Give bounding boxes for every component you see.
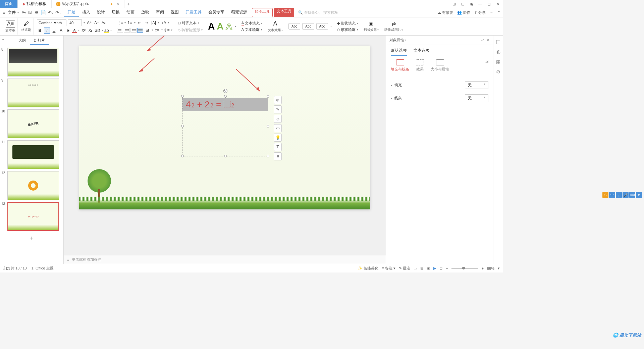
font-size-caret[interactable]: ▾: [84, 21, 85, 24]
outdent-button[interactable]: ⇤: [137, 20, 143, 26]
tab-outline[interactable]: 大纲: [14, 37, 30, 45]
numbering-button[interactable]: 1≡: [127, 20, 133, 26]
line-spacing-button[interactable]: |A|: [151, 20, 157, 26]
resize-handle[interactable]: [267, 95, 269, 98]
redo-icon[interactable]: ↷▾: [55, 10, 61, 15]
comments-toggle[interactable]: ✎ 批注: [399, 266, 410, 271]
tab-design[interactable]: 设计: [94, 8, 108, 17]
notes-toggle[interactable]: ≡ 备注 ▾: [382, 266, 395, 271]
resize-handle[interactable]: [267, 155, 269, 157]
has-edit[interactable]: ☁ 有修改: [437, 10, 453, 15]
tab-slides[interactable]: 幻灯片: [30, 37, 49, 45]
rotate-handle[interactable]: [223, 89, 227, 93]
thumb-13[interactable]: 4² + 2² = ☐²: [7, 202, 59, 231]
zoom-caret[interactable]: ▾: [498, 266, 500, 270]
save-icon[interactable]: 🖫: [28, 10, 32, 15]
close-window-icon[interactable]: ✕: [495, 2, 500, 6]
tab-animation[interactable]: 动画: [123, 8, 138, 17]
text-direction-button[interactable]: |↓A: [160, 20, 166, 26]
thumb-12[interactable]: [7, 171, 59, 200]
tab-devtools[interactable]: 开发工具: [182, 8, 205, 17]
float-plus-icon[interactable]: ⊕: [274, 96, 282, 104]
underline-button[interactable]: U: [51, 28, 57, 34]
print-icon[interactable]: 🖶: [34, 10, 39, 15]
text-outline-button[interactable]: A 文本轮廓▾: [241, 27, 262, 32]
drawing-tool-tag[interactable]: 绘图工具: [252, 8, 273, 17]
shape-preset-2[interactable]: Abc: [302, 23, 314, 30]
subtab-effect[interactable]: 效果: [416, 59, 424, 72]
line-select[interactable]: 无▾: [465, 94, 488, 102]
line-height-button[interactable]: ‡≡: [154, 27, 160, 33]
italic-button[interactable]: I: [44, 28, 50, 34]
add-tab-button[interactable]: +: [124, 1, 132, 7]
prop-fill-row[interactable]: ▸填充 无▾: [391, 79, 488, 92]
resize-handle[interactable]: [224, 95, 227, 98]
fit-icon[interactable]: ⊡: [439, 266, 442, 270]
undo-icon[interactable]: ↶▾: [48, 10, 53, 15]
columns-button[interactable]: ⊟: [144, 27, 150, 33]
minimize-icon[interactable]: —: [478, 2, 483, 6]
wordart-preset-2[interactable]: A: [217, 21, 223, 32]
align-center[interactable]: [124, 28, 130, 33]
thumb-10[interactable]: 极光下载: [7, 109, 59, 138]
bold-button[interactable]: B: [37, 28, 43, 34]
para-spacing-button[interactable]: ⇕≡: [164, 27, 170, 33]
thumb-9[interactable]: ◇◇◇◇◇◇: [7, 79, 59, 107]
zoom-in-icon[interactable]: +: [482, 266, 484, 270]
share[interactable]: ⇪ 分享: [474, 10, 486, 15]
text-tool-tag[interactable]: 文本工具: [274, 8, 294, 17]
resize-handle[interactable]: [181, 95, 184, 98]
view-reading-icon[interactable]: ▣: [427, 266, 430, 270]
font-grow-icon[interactable]: A⁺: [86, 20, 92, 26]
subtab-size[interactable]: 大小与属性: [431, 59, 449, 72]
subtab-fill[interactable]: 填充与线条: [391, 59, 409, 72]
font-name-select[interactable]: [37, 19, 66, 26]
open-icon[interactable]: 🗁: [21, 10, 26, 15]
tab-member[interactable]: 会员专享: [205, 8, 228, 17]
shadow-button[interactable]: A: [58, 28, 64, 34]
thumb-11[interactable]: [7, 140, 59, 169]
notes-placeholder[interactable]: 单击此处添加备注: [72, 257, 101, 262]
tab-review[interactable]: 审阅: [153, 8, 167, 17]
resize-handle[interactable]: [181, 155, 184, 157]
expand-all-icon[interactable]: ⇲: [485, 59, 488, 64]
text-fill-button[interactable]: A 文本填充▾: [241, 21, 262, 26]
tab-resources[interactable]: 稻壳资源: [228, 8, 251, 17]
tab-slideshow[interactable]: 放映: [138, 8, 153, 17]
format-painter-icon[interactable]: 🖌: [23, 21, 29, 27]
subscript-button[interactable]: X₂: [88, 28, 94, 34]
side-style-icon[interactable]: ⬚: [496, 39, 500, 44]
resize-handle[interactable]: [224, 155, 227, 157]
skin-icon[interactable]: ◉: [469, 2, 474, 6]
tab-view[interactable]: 视图: [167, 8, 182, 17]
collab[interactable]: 👥 协作: [457, 10, 470, 15]
fill-select[interactable]: 无▾: [465, 81, 488, 89]
tab-document[interactable]: P 演示文稿1.pptx ● ✕: [52, 0, 124, 8]
prop-tab-shape[interactable]: 形状选项: [391, 48, 407, 56]
file-menu[interactable]: 文件▾: [6, 10, 21, 15]
side-anim-icon[interactable]: ◐: [496, 49, 500, 54]
align-right[interactable]: [130, 28, 137, 33]
hamburger-icon[interactable]: ≡: [3, 10, 5, 15]
prop-line-row[interactable]: ▸线条 无▾: [391, 92, 488, 105]
font-shrink-icon[interactable]: A⁻: [94, 20, 100, 26]
tab-transition[interactable]: 切换: [108, 8, 123, 17]
float-fill-icon[interactable]: ◇: [274, 115, 282, 123]
close-tab-icon[interactable]: ✕: [116, 2, 119, 6]
strike-button[interactable]: S: [65, 28, 71, 34]
side-layer-icon[interactable]: ▦: [496, 59, 500, 64]
more-icon[interactable]: ⋯: [490, 10, 493, 15]
zoom-out-icon[interactable]: −: [446, 266, 448, 270]
align-justify[interactable]: [137, 28, 143, 33]
notes-bar[interactable]: ≡ 单击此处添加备注: [64, 255, 386, 264]
view-sorter-icon[interactable]: ⊞: [420, 266, 423, 270]
pin-icon[interactable]: ⤢: [481, 38, 484, 42]
equation-placeholder[interactable]: [224, 101, 230, 107]
font-size-select[interactable]: [68, 19, 82, 26]
collapse-ribbon-icon[interactable]: ⌃: [497, 10, 500, 15]
collapse-panel-icon[interactable]: ‹‹: [2, 38, 4, 41]
wordart-preset-1[interactable]: A: [208, 21, 215, 32]
highlight-button[interactable]: ab: [104, 28, 109, 33]
search-command[interactable]: 查找命令、: [304, 10, 322, 14]
equation-textbox[interactable]: 42 + 22 = 2: [182, 96, 268, 156]
